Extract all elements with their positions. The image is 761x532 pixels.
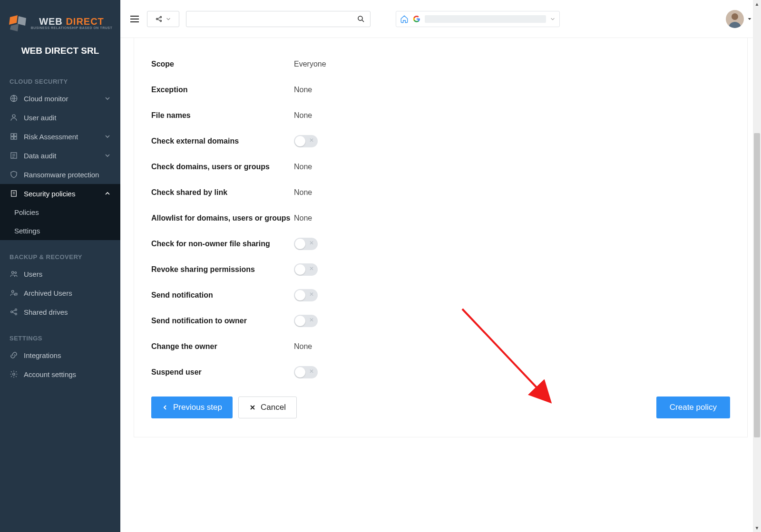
sidebar-item-label: Cloud monitor — [24, 95, 104, 103]
section-settings: SETTINGS — [0, 321, 120, 346]
sidebar-item-label: Archived Users — [24, 289, 111, 297]
svg-marker-2 — [10, 24, 19, 31]
sidebar-item-label: Data audit — [24, 152, 104, 160]
home-icon[interactable] — [400, 15, 409, 23]
sidebar-subitem-policies[interactable]: Policies — [0, 203, 120, 222]
sidebar-item-label: Policies — [14, 208, 111, 216]
label-check-shared: Check shared by link — [151, 188, 294, 197]
label-check-domains: Check domains, users or groups — [151, 163, 294, 171]
svg-rect-7 — [11, 137, 13, 139]
toggle-check-external[interactable]: ✕ — [294, 135, 318, 147]
policy-form-panel: Scope Everyone Exception None File names… — [134, 38, 748, 437]
svg-point-13 — [12, 290, 14, 293]
user-menu[interactable] — [726, 10, 752, 28]
globe-icon — [10, 94, 18, 103]
sidebar-item-label: Security policies — [24, 190, 104, 198]
sidebar-item-user-audit[interactable]: User audit — [0, 108, 120, 127]
brand-block: WEB DIRECT BUSINESS RELATIONSHIP BASED O… — [0, 9, 120, 65]
chevron-up-icon — [104, 190, 111, 197]
row-allowlist: Allowlist for domains, users or groups N… — [151, 205, 730, 231]
share-dropdown[interactable] — [147, 11, 179, 27]
sidebar-item-cloud-monitor[interactable]: Cloud monitor — [0, 89, 120, 108]
row-notify: Send notification ✕ — [151, 282, 730, 308]
user-icon — [10, 113, 18, 122]
cancel-button[interactable]: Cancel — [238, 397, 297, 418]
sidebar-item-label: Integrations — [24, 351, 111, 359]
share-icon — [155, 15, 163, 23]
main-area: Scope Everyone Exception None File names… — [120, 0, 761, 532]
row-notify-owner: Send notification to owner ✕ — [151, 308, 730, 334]
label-check-external: Check external domains — [151, 137, 294, 145]
archive-users-icon — [10, 289, 18, 297]
label-scope: Scope — [151, 60, 294, 68]
sidebar-item-account-settings[interactable]: Account settings — [0, 365, 120, 384]
value-allowlist: None — [294, 214, 312, 222]
value-file-names: None — [294, 111, 312, 120]
value-check-domains: None — [294, 163, 312, 171]
scroll-thumb[interactable] — [754, 133, 760, 437]
search-icon[interactable] — [357, 15, 365, 23]
row-scope: Scope Everyone — [151, 51, 730, 77]
search-input[interactable] — [191, 15, 357, 23]
sidebar-item-label: Account settings — [24, 370, 111, 378]
svg-point-4 — [12, 115, 15, 117]
previous-step-button[interactable]: Previous step — [151, 397, 233, 418]
hamburger-icon[interactable] — [129, 13, 140, 25]
chevron-down-icon[interactable] — [550, 16, 556, 22]
vertical-scrollbar[interactable]: ▲ ▼ — [753, 0, 761, 532]
list-icon — [10, 151, 18, 160]
avatar — [726, 10, 744, 28]
row-check-domains: Check domains, users or groups None — [151, 154, 730, 180]
label-revoke: Revoke sharing permissions — [151, 265, 294, 274]
sidebar-item-shared-drives[interactable]: Shared drives — [0, 302, 120, 321]
row-check-shared: Check shared by link None — [151, 180, 730, 205]
sidebar-item-label: Shared drives — [24, 308, 111, 316]
create-policy-button[interactable]: Create policy — [656, 397, 730, 418]
value-scope: Everyone — [294, 60, 326, 68]
scroll-up-icon[interactable]: ▲ — [753, 0, 761, 8]
value-exception: None — [294, 86, 312, 94]
chevron-down-icon — [104, 152, 111, 159]
row-suspend: Suspend user ✕ — [151, 359, 730, 385]
sidebar-subitem-settings[interactable]: Settings — [0, 222, 120, 240]
scroll-down-icon[interactable]: ▼ — [753, 524, 761, 532]
toggle-non-owner[interactable]: ✕ — [294, 238, 318, 250]
shield-icon — [10, 170, 18, 179]
sidebar-item-security-policies[interactable]: Security policies — [0, 184, 120, 203]
svg-rect-5 — [11, 134, 13, 136]
toggle-notify-owner[interactable]: ✕ — [294, 315, 318, 327]
svg-marker-0 — [9, 15, 18, 25]
sidebar-item-integrations[interactable]: Integrations — [0, 346, 120, 365]
sidebar-item-archived-users[interactable]: Archived Users — [0, 283, 120, 302]
arrow-left-icon — [162, 404, 168, 411]
svg-rect-10 — [11, 191, 17, 196]
label-file-names: File names — [151, 111, 294, 120]
toggle-revoke[interactable]: ✕ — [294, 263, 318, 276]
row-exception: Exception None — [151, 77, 730, 103]
toggle-notify[interactable]: ✕ — [294, 289, 318, 301]
content-scroll[interactable]: Scope Everyone Exception None File names… — [120, 38, 761, 532]
button-label: Previous step — [173, 403, 222, 412]
google-icon — [412, 15, 421, 23]
grid-icon — [10, 132, 18, 141]
svg-point-18 — [13, 373, 15, 376]
svg-marker-1 — [18, 16, 26, 26]
value-change-owner: None — [294, 342, 312, 351]
sidebar: WEB DIRECT BUSINESS RELATIONSHIP BASED O… — [0, 0, 120, 532]
sidebar-item-users[interactable]: Users — [0, 264, 120, 283]
sidebar-item-data-audit[interactable]: Data audit — [0, 146, 120, 165]
search-box[interactable] — [186, 11, 371, 27]
caret-down-icon — [747, 16, 752, 22]
svg-point-19 — [156, 18, 157, 19]
sidebar-item-ransomware[interactable]: Ransomware protection — [0, 165, 120, 184]
toggle-suspend[interactable]: ✕ — [294, 366, 318, 378]
label-exception: Exception — [151, 86, 294, 94]
url-box[interactable] — [396, 11, 560, 27]
sidebar-item-label: Ransomware protection — [24, 171, 111, 179]
sidebar-item-label: Risk Assessment — [24, 133, 104, 141]
sidebar-item-label: Settings — [14, 227, 111, 235]
sidebar-item-risk-assessment[interactable]: Risk Assessment — [0, 127, 120, 146]
label-notify-owner: Send notification to owner — [151, 317, 294, 325]
row-file-names: File names None — [151, 103, 730, 128]
topbar — [120, 0, 761, 38]
